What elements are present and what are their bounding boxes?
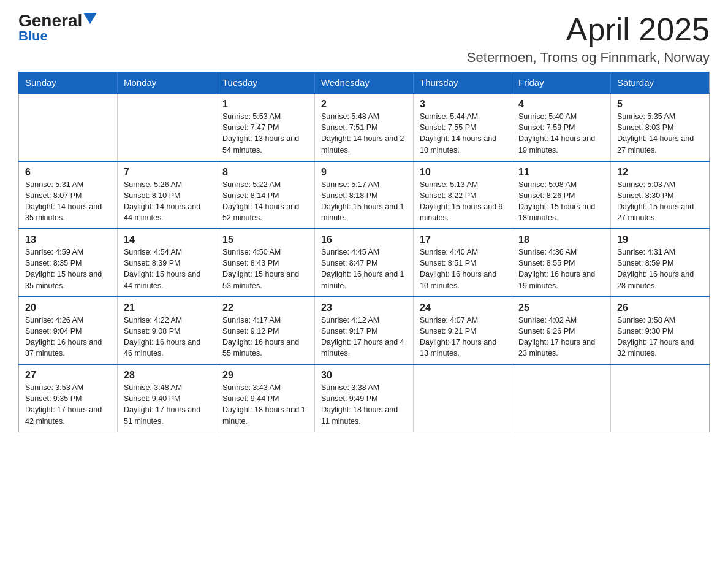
day-number: 29 [222,370,308,381]
calendar-cell: 28Sunrise: 3:48 AM Sunset: 9:40 PM Dayli… [118,364,216,432]
calendar-cell: 4Sunrise: 5:40 AM Sunset: 7:59 PM Daylig… [512,93,611,161]
day-info: Sunrise: 3:38 AM Sunset: 9:49 PM Dayligh… [321,382,407,427]
calendar-cell [118,93,216,161]
weekday-header-row: SundayMondayTuesdayWednesdayThursdayFrid… [19,72,710,94]
day-info: Sunrise: 5:08 AM Sunset: 8:26 PM Dayligh… [518,179,604,224]
day-number: 25 [518,302,604,313]
calendar-cell: 11Sunrise: 5:08 AM Sunset: 8:26 PM Dayli… [512,161,611,229]
day-number: 13 [25,234,111,245]
day-number: 3 [420,99,506,110]
calendar-cell: 21Sunrise: 4:22 AM Sunset: 9:08 PM Dayli… [118,297,216,365]
calendar-cell: 1Sunrise: 5:53 AM Sunset: 7:47 PM Daylig… [216,93,315,161]
month-title: April 2025 [467,12,710,47]
calendar-cell: 17Sunrise: 4:40 AM Sunset: 8:51 PM Dayli… [414,229,512,297]
weekday-header-tuesday: Tuesday [216,72,315,94]
day-info: Sunrise: 5:17 AM Sunset: 8:18 PM Dayligh… [321,179,407,224]
calendar-cell [611,364,710,432]
calendar-week-row: 27Sunrise: 3:53 AM Sunset: 9:35 PM Dayli… [19,364,710,432]
day-number: 24 [420,302,506,313]
title-section: April 2025 Setermoen, Troms og Finnmark,… [467,12,710,66]
calendar-cell: 9Sunrise: 5:17 AM Sunset: 8:18 PM Daylig… [315,161,414,229]
day-number: 10 [420,167,506,178]
day-number: 5 [617,99,703,110]
day-info: Sunrise: 5:53 AM Sunset: 7:47 PM Dayligh… [222,111,308,156]
calendar-cell: 27Sunrise: 3:53 AM Sunset: 9:35 PM Dayli… [19,364,118,432]
calendar-cell: 26Sunrise: 3:58 AM Sunset: 9:30 PM Dayli… [611,297,710,365]
day-info: Sunrise: 5:31 AM Sunset: 8:07 PM Dayligh… [25,179,111,224]
calendar-cell: 8Sunrise: 5:22 AM Sunset: 8:14 PM Daylig… [216,161,315,229]
day-info: Sunrise: 5:40 AM Sunset: 7:59 PM Dayligh… [518,111,604,156]
day-number: 4 [518,99,604,110]
logo-triangle-icon [83,13,97,24]
calendar-cell: 6Sunrise: 5:31 AM Sunset: 8:07 PM Daylig… [19,161,118,229]
day-info: Sunrise: 4:31 AM Sunset: 8:59 PM Dayligh… [617,247,703,291]
weekday-header-monday: Monday [118,72,216,94]
day-number: 1 [222,99,308,110]
calendar-cell: 22Sunrise: 4:17 AM Sunset: 9:12 PM Dayli… [216,297,315,365]
day-info: Sunrise: 4:50 AM Sunset: 8:43 PM Dayligh… [222,247,308,291]
day-info: Sunrise: 3:53 AM Sunset: 9:35 PM Dayligh… [25,382,111,427]
calendar-cell: 29Sunrise: 3:43 AM Sunset: 9:44 PM Dayli… [216,364,315,432]
day-info: Sunrise: 4:26 AM Sunset: 9:04 PM Dayligh… [25,315,111,359]
calendar-table: SundayMondayTuesdayWednesdayThursdayFrid… [18,72,710,432]
day-number: 12 [617,167,703,178]
day-info: Sunrise: 4:22 AM Sunset: 9:08 PM Dayligh… [124,315,210,359]
calendar-week-row: 1Sunrise: 5:53 AM Sunset: 7:47 PM Daylig… [19,93,710,161]
day-info: Sunrise: 5:22 AM Sunset: 8:14 PM Dayligh… [222,179,308,224]
day-info: Sunrise: 4:40 AM Sunset: 8:51 PM Dayligh… [420,247,506,291]
calendar-cell: 7Sunrise: 5:26 AM Sunset: 8:10 PM Daylig… [118,161,216,229]
calendar-cell: 16Sunrise: 4:45 AM Sunset: 8:47 PM Dayli… [315,229,414,297]
day-number: 27 [25,370,111,381]
day-number: 21 [124,302,210,313]
day-info: Sunrise: 5:26 AM Sunset: 8:10 PM Dayligh… [124,179,210,224]
day-info: Sunrise: 5:44 AM Sunset: 7:55 PM Dayligh… [420,111,506,156]
day-number: 23 [321,302,407,313]
weekday-header-wednesday: Wednesday [315,72,414,94]
day-number: 2 [321,99,407,110]
day-info: Sunrise: 5:13 AM Sunset: 8:22 PM Dayligh… [420,179,506,224]
calendar-cell: 2Sunrise: 5:48 AM Sunset: 7:51 PM Daylig… [315,93,414,161]
day-number: 17 [420,234,506,245]
calendar-cell [512,364,611,432]
calendar-cell: 18Sunrise: 4:36 AM Sunset: 8:55 PM Dayli… [512,229,611,297]
weekday-header-saturday: Saturday [611,72,710,94]
calendar-week-row: 6Sunrise: 5:31 AM Sunset: 8:07 PM Daylig… [19,161,710,229]
logo-general: General [18,12,82,29]
calendar-cell [19,93,118,161]
calendar-cell: 20Sunrise: 4:26 AM Sunset: 9:04 PM Dayli… [19,297,118,365]
location-subtitle: Setermoen, Troms og Finnmark, Norway [467,50,710,66]
calendar-week-row: 20Sunrise: 4:26 AM Sunset: 9:04 PM Dayli… [19,297,710,365]
day-number: 26 [617,302,703,313]
day-number: 7 [124,167,210,178]
day-info: Sunrise: 4:54 AM Sunset: 8:39 PM Dayligh… [124,247,210,291]
logo: General Blue [18,12,97,44]
logo-blue: Blue [18,28,48,44]
day-number: 18 [518,234,604,245]
calendar-cell: 14Sunrise: 4:54 AM Sunset: 8:39 PM Dayli… [118,229,216,297]
calendar-cell [414,364,512,432]
day-info: Sunrise: 4:02 AM Sunset: 9:26 PM Dayligh… [518,315,604,359]
weekday-header-thursday: Thursday [414,72,512,94]
day-number: 20 [25,302,111,313]
calendar-cell: 10Sunrise: 5:13 AM Sunset: 8:22 PM Dayli… [414,161,512,229]
calendar-week-row: 13Sunrise: 4:59 AM Sunset: 8:35 PM Dayli… [19,229,710,297]
day-info: Sunrise: 5:03 AM Sunset: 8:30 PM Dayligh… [617,179,703,224]
day-number: 28 [124,370,210,381]
calendar-cell: 30Sunrise: 3:38 AM Sunset: 9:49 PM Dayli… [315,364,414,432]
day-number: 8 [222,167,308,178]
day-number: 14 [124,234,210,245]
day-number: 15 [222,234,308,245]
day-info: Sunrise: 3:48 AM Sunset: 9:40 PM Dayligh… [124,382,210,427]
day-info: Sunrise: 4:07 AM Sunset: 9:21 PM Dayligh… [420,315,506,359]
calendar-cell: 13Sunrise: 4:59 AM Sunset: 8:35 PM Dayli… [19,229,118,297]
svg-marker-0 [83,13,97,24]
day-number: 9 [321,167,407,178]
day-info: Sunrise: 4:17 AM Sunset: 9:12 PM Dayligh… [222,315,308,359]
day-info: Sunrise: 4:36 AM Sunset: 8:55 PM Dayligh… [518,247,604,291]
day-number: 22 [222,302,308,313]
day-info: Sunrise: 4:59 AM Sunset: 8:35 PM Dayligh… [25,247,111,291]
calendar-cell: 19Sunrise: 4:31 AM Sunset: 8:59 PM Dayli… [611,229,710,297]
day-info: Sunrise: 3:58 AM Sunset: 9:30 PM Dayligh… [617,315,703,359]
calendar-cell: 25Sunrise: 4:02 AM Sunset: 9:26 PM Dayli… [512,297,611,365]
day-info: Sunrise: 3:43 AM Sunset: 9:44 PM Dayligh… [222,382,308,427]
